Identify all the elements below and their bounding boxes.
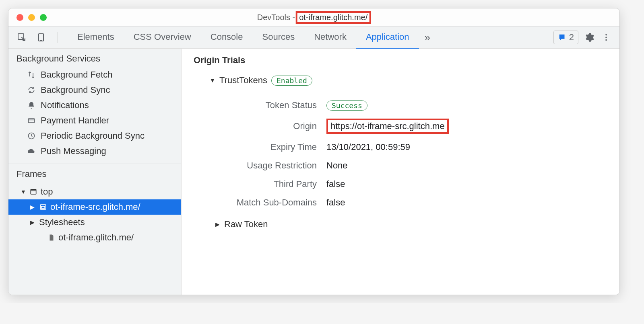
tab-application[interactable]: Application	[356, 26, 419, 49]
application-content: Origin Trials ▼ TrustTokens Enabled Toke…	[182, 49, 619, 295]
sidebar-item-notifications[interactable]: Notifications	[8, 98, 181, 113]
frame-iframe-selected[interactable]: ▶ ot-iframe-src.glitch.me/	[8, 199, 181, 215]
toolbar-divider	[58, 32, 58, 43]
device-toolbar-icon[interactable]	[35, 31, 47, 43]
token-status-value: Success	[326, 100, 367, 111]
raw-token-label: Raw Token	[224, 219, 268, 230]
expiry-label: Expiry Time	[194, 142, 326, 152]
sidebar-item-background-fetch[interactable]: Background Fetch	[8, 67, 181, 82]
devtools-body: Background Services Background Fetch Bac…	[8, 49, 619, 295]
kv-origin: Origin https://ot-iframe-src.glitch.me	[194, 115, 607, 138]
inspect-element-icon[interactable]	[16, 31, 28, 43]
devtools-window: DevTools - ot-iframe.glitch.me/ Elements	[8, 8, 620, 295]
sync-icon	[27, 86, 36, 94]
issues-icon	[558, 33, 567, 42]
sidebar-item-label: Payment Handler	[41, 115, 109, 126]
more-tabs-button[interactable]: »	[419, 31, 436, 44]
card-icon	[27, 116, 36, 125]
kebab-menu-icon[interactable]	[600, 31, 612, 43]
window-title: DevTools - ot-iframe.glitch.me/	[257, 11, 371, 24]
token-status-label: Token Status	[194, 100, 326, 111]
third-party-value: false	[326, 179, 345, 189]
svg-point-3	[605, 34, 607, 36]
tab-console[interactable]: Console	[201, 26, 253, 49]
toolbar-right: 2	[553, 31, 615, 44]
kv-third-party: Third Party false	[194, 175, 607, 193]
window-icon	[29, 188, 37, 196]
origin-label: Origin	[194, 121, 326, 131]
expiry-value: 13/10/2021, 00:59:59	[326, 142, 410, 152]
sidebar-item-label: Background Sync	[41, 85, 110, 95]
svg-point-4	[605, 37, 607, 38]
frame-stylesheets[interactable]: ▶ Stylesheets	[8, 215, 181, 230]
usage-value: None	[326, 160, 348, 171]
settings-icon[interactable]	[583, 31, 595, 43]
frame-file[interactable]: ot-iframe.glitch.me/	[8, 230, 181, 245]
chevron-right-icon: ▶	[30, 219, 36, 226]
devtools-toolbar: Elements CSS Overview Console Sources Ne…	[8, 26, 619, 49]
trial-status-pill: Enabled	[271, 76, 312, 86]
clock-icon	[27, 131, 36, 140]
devtools-tabs: Elements CSS Overview Console Sources Ne…	[68, 26, 551, 49]
embed-icon	[39, 203, 47, 211]
sidebar-item-background-sync[interactable]: Background Sync	[8, 82, 181, 98]
frame-top[interactable]: ▼ top	[8, 184, 181, 199]
frame-label: Stylesheets	[39, 217, 85, 228]
file-icon	[48, 234, 55, 241]
chevron-right-icon: ▶	[215, 221, 221, 228]
kv-match-sub: Match Sub-Domains false	[194, 193, 607, 212]
trial-name: TrustTokens	[219, 75, 267, 86]
chevron-down-icon: ▼	[21, 189, 26, 195]
title-prefix: DevTools -	[257, 13, 295, 22]
usage-label: Usage Restriction	[194, 160, 326, 171]
kv-token-status: Token Status Success	[194, 96, 607, 115]
cloud-icon	[27, 147, 36, 156]
sidebar-item-push-messaging[interactable]: Push Messaging	[8, 144, 181, 159]
window-titlebar: DevTools - ot-iframe.glitch.me/	[8, 8, 619, 26]
frame-label: ot-iframe-src.glitch.me/	[50, 202, 140, 212]
application-sidebar: Background Services Background Fetch Bac…	[8, 49, 182, 295]
frame-label: ot-iframe.glitch.me/	[58, 232, 134, 243]
svg-point-5	[605, 39, 607, 41]
match-sub-value: false	[326, 197, 345, 208]
svg-rect-6	[29, 119, 35, 123]
sidebar-item-periodic-sync[interactable]: Periodic Background Sync	[8, 128, 181, 144]
origin-value-highlight: https://ot-iframe-src.glitch.me	[326, 119, 449, 134]
frame-label: top	[41, 187, 53, 197]
sidebar-item-label: Periodic Background Sync	[41, 131, 144, 141]
frames-tree: ▼ top ▶ ot-iframe-src.glitch.me/ ▶ Style…	[8, 183, 181, 252]
tab-elements[interactable]: Elements	[68, 26, 124, 49]
svg-rect-9	[31, 189, 36, 194]
sidebar-item-label: Background Fetch	[41, 70, 113, 80]
title-url-highlight: ot-iframe.glitch.me/	[296, 11, 371, 24]
arrows-updown-icon	[27, 70, 36, 79]
tab-network[interactable]: Network	[304, 26, 356, 49]
toolbar-left	[12, 31, 61, 43]
origin-trial-row[interactable]: ▼ TrustTokens Enabled	[194, 75, 607, 86]
issues-count: 2	[569, 32, 574, 43]
sidebar-section-frames: Frames	[8, 164, 181, 183]
sidebar-item-label: Push Messaging	[41, 146, 106, 156]
third-party-label: Third Party	[194, 179, 326, 189]
close-window-button[interactable]	[17, 14, 23, 21]
sidebar-item-payment-handler[interactable]: Payment Handler	[8, 113, 181, 128]
match-sub-label: Match Sub-Domains	[194, 197, 326, 208]
kv-expiry: Expiry Time 13/10/2021, 00:59:59	[194, 138, 607, 156]
kv-usage: Usage Restriction None	[194, 156, 607, 175]
minimize-window-button[interactable]	[28, 14, 35, 21]
page-title: Origin Trials	[194, 55, 607, 66]
chevron-right-icon: ▶	[30, 204, 36, 210]
sidebar-section-background-services: Background Services	[8, 49, 181, 67]
tab-sources[interactable]: Sources	[252, 26, 304, 49]
issues-badge[interactable]: 2	[553, 31, 578, 44]
bell-icon	[27, 101, 36, 110]
sidebar-item-label: Notifications	[41, 100, 89, 111]
traffic-lights	[8, 14, 47, 21]
maximize-window-button[interactable]	[40, 14, 47, 21]
raw-token-row[interactable]: ▶ Raw Token	[194, 219, 607, 230]
svg-rect-12	[41, 206, 45, 208]
chevron-down-icon: ▼	[210, 77, 215, 84]
tab-css-overview[interactable]: CSS Overview	[124, 26, 201, 49]
